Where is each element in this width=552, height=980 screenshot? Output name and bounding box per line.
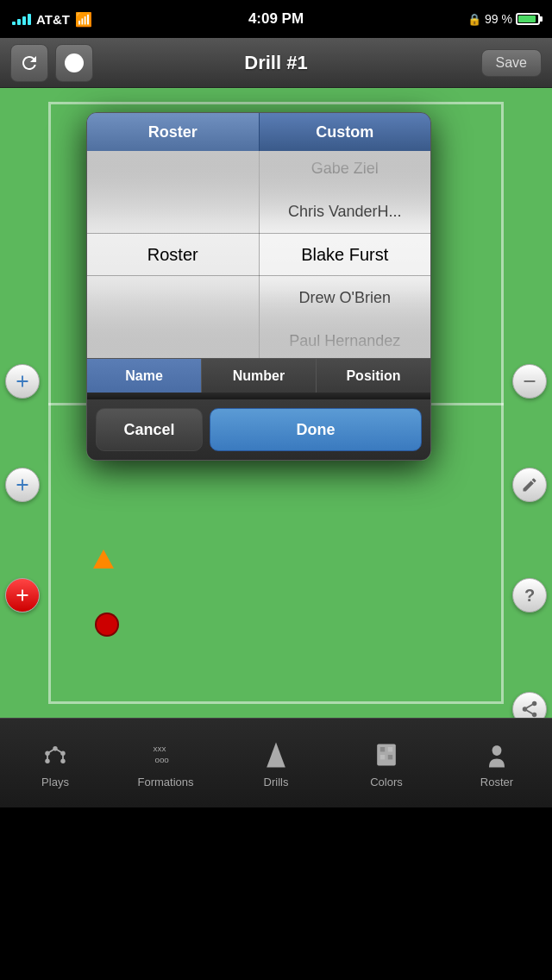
picker-left-item-1[interactable] — [87, 151, 259, 190]
done-button[interactable]: Done — [210, 408, 422, 451]
save-button[interactable]: Save — [481, 49, 542, 77]
modal-overlay: Roster Custom Roster — [0, 88, 552, 718]
player-circle-icon — [65, 53, 84, 72]
lock-icon: 🔒 — [467, 13, 481, 26]
picker-player-3[interactable]: Blake Furst — [260, 233, 431, 276]
status-right: 🔒 99 % — [467, 12, 540, 26]
player-button[interactable] — [55, 44, 93, 82]
picker-left-item-4[interactable] — [87, 276, 259, 319]
picker-player-5[interactable]: Paul Hernandez — [260, 319, 431, 358]
picker-left-item-2[interactable] — [87, 190, 259, 233]
drills-icon — [259, 738, 293, 772]
field-area: ? Roster Custom — [0, 88, 552, 718]
roster-nav-icon — [480, 738, 514, 772]
picker-col-right[interactable]: Gabe Ziel Chris VanderH... Blake Furst D… — [260, 151, 431, 358]
modal-tabs: Roster Custom — [87, 113, 430, 151]
modal-dialog: Roster Custom Roster — [86, 112, 431, 461]
sort-tab-number[interactable]: Number — [202, 359, 317, 393]
wifi-icon: 📶 — [75, 11, 92, 28]
svg-line-5 — [47, 749, 55, 753]
nav-label-colors: Colors — [370, 776, 403, 788]
svg-rect-12 — [377, 744, 396, 765]
svg-line-6 — [55, 749, 63, 753]
svg-text:ooo: ooo — [154, 755, 169, 764]
picker-player-2[interactable]: Chris VanderH... — [260, 190, 431, 233]
svg-text:xxx: xxx — [154, 744, 166, 753]
cancel-button[interactable]: Cancel — [96, 408, 203, 451]
battery-percent: 99 % — [485, 12, 512, 26]
picker-player-4[interactable]: Drew O'Brien — [260, 276, 431, 319]
tab-roster[interactable]: Roster — [87, 113, 259, 151]
nav-label-plays: Plays — [41, 776, 69, 788]
signal-bars — [12, 14, 31, 25]
carrier-label: AT&T — [36, 12, 70, 27]
battery-icon — [516, 13, 540, 25]
toolbar-title: Drill #1 — [244, 52, 307, 74]
colors-icon — [369, 738, 404, 772]
status-time: 4:09 PM — [248, 10, 304, 28]
svg-rect-15 — [380, 755, 385, 759]
modal-actions: Cancel Done — [87, 399, 430, 460]
picker-roster-label[interactable]: Roster — [87, 233, 259, 276]
modal-separator — [87, 393, 430, 399]
status-bar: AT&T 📶 4:09 PM 🔒 99 % — [0, 0, 552, 38]
nav-item-formations[interactable]: xxx ooo Formations — [110, 738, 221, 788]
tab-custom[interactable]: Custom — [260, 113, 431, 151]
nav-label-drills: Drills — [264, 776, 289, 788]
picker-right-items: Gabe Ziel Chris VanderH... Blake Furst D… — [260, 151, 431, 358]
nav-item-colors[interactable]: Colors — [331, 738, 442, 788]
plays-icon — [38, 738, 72, 772]
svg-marker-11 — [267, 743, 285, 768]
toolbar-left — [10, 44, 93, 82]
refresh-button[interactable] — [10, 44, 48, 82]
nav-item-drills[interactable]: Drills — [221, 738, 331, 788]
svg-rect-14 — [388, 747, 392, 751]
sort-tabs: Name Number Position — [87, 358, 430, 393]
picker-left-items: Roster — [87, 151, 259, 358]
picker-left-item-5[interactable] — [87, 319, 259, 358]
sort-tab-position[interactable]: Position — [317, 359, 430, 393]
battery-fill — [518, 16, 536, 22]
nav-label-roster: Roster — [480, 776, 513, 788]
nav-item-roster[interactable]: Roster — [442, 738, 552, 788]
bottom-nav: Plays xxx ooo Formations Drills — [0, 718, 552, 807]
svg-rect-13 — [380, 747, 385, 751]
nav-item-plays[interactable]: Plays — [0, 738, 110, 788]
toolbar: Drill #1 Save — [0, 38, 552, 88]
picker-col-left[interactable]: Roster — [87, 151, 260, 358]
nav-label-formations: Formations — [137, 776, 193, 788]
svg-rect-16 — [388, 755, 392, 759]
refresh-icon — [19, 53, 40, 73]
formations-icon: xxx ooo — [148, 738, 183, 772]
picker-player-1[interactable]: Gabe Ziel — [260, 151, 431, 190]
status-left: AT&T 📶 — [12, 11, 92, 28]
picker-container[interactable]: Roster Gabe Ziel Chris VanderH... Blake … — [87, 151, 430, 358]
sort-tab-name[interactable]: Name — [87, 359, 202, 393]
